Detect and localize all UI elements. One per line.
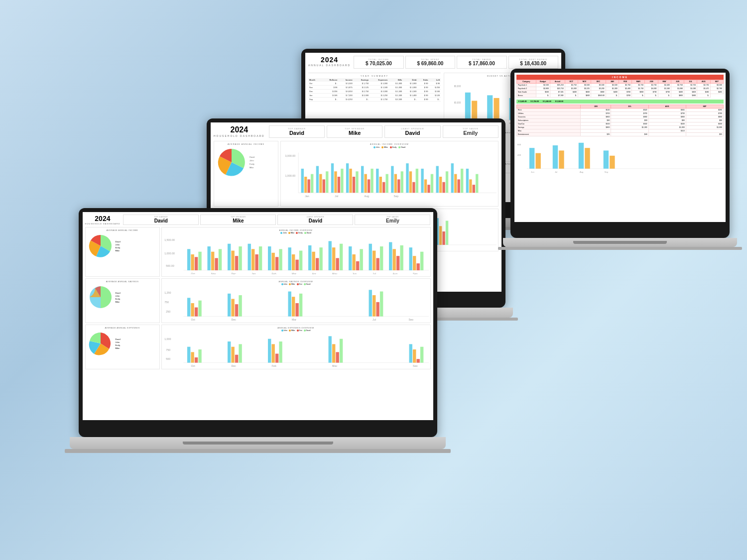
- svg-rect-109: [248, 243, 250, 270]
- svg-text:Sep: Sep: [413, 364, 418, 367]
- expenses-legend: John Mike Emi David: [163, 330, 429, 332]
- svg-rect-166: [231, 299, 234, 316]
- total-spent-card: TOTAL SPENT $ 69,860.00: [405, 56, 455, 69]
- svg-rect-133: [369, 243, 372, 270]
- laptop-3-foot: [65, 449, 451, 453]
- annual-income-chart: ANNUAL INCOME OVERVIEW John Mike: [280, 141, 498, 207]
- fd-income-chart: 1,500.00 1,000.00 500.00: [163, 234, 429, 274]
- svg-rect-130: [352, 254, 355, 270]
- total-saved-card: TOTAL SAVED $ 17,860.00: [457, 56, 506, 69]
- svg-text:250: 250: [166, 310, 170, 313]
- svg-rect-198: [328, 336, 331, 362]
- svg-rect-111: [255, 254, 258, 270]
- spending-row: Gas/Car$500$500$500$500: [517, 122, 724, 125]
- annual-income-bar-title: ANNUAL INCOME OVERVIEW: [163, 229, 429, 231]
- charts-area: AVERAGE ANNUAL INCOME David: [214, 141, 498, 207]
- svg-text:1,500.00: 1,500.00: [164, 238, 175, 241]
- svg-text:Dec: Dec: [231, 364, 236, 367]
- fd-card-spender: TOP SPENDER Mike: [200, 215, 276, 225]
- svg-text:Apr: Apr: [312, 272, 316, 274]
- svg-rect-204: [416, 359, 419, 362]
- svg-rect-22: [308, 179, 310, 193]
- svg-text:750: 750: [164, 301, 169, 304]
- hd-card-top-saver: TOP SAVER Emily: [443, 125, 498, 138]
- svg-rect-191: [231, 346, 234, 362]
- svg-text:Sep: Sep: [605, 171, 609, 173]
- svg-text:1,000.00: 1,000.00: [164, 252, 175, 255]
- hd-year: 2024: [214, 125, 265, 134]
- year-summary-label: YEAR SUMMARY: [308, 73, 441, 77]
- spending-row: Subscriptions$90$90$90$90: [517, 118, 724, 122]
- svg-rect-4: [487, 95, 493, 120]
- svg-rect-24: [316, 166, 319, 193]
- chart-legend: John Mike Emily: [282, 146, 497, 148]
- laptop-4-screen-outer: INCOME CategoryBudgetActualOCTNOVDECJANF…: [510, 69, 730, 238]
- svg-rect-55: [431, 174, 433, 193]
- pie-label-emily: Emily: [249, 163, 254, 165]
- svg-rect-97: [187, 249, 190, 270]
- pie-l-john: John: [116, 243, 121, 246]
- svg-text:1,250: 1,250: [164, 291, 171, 294]
- avg-income-pie: [216, 146, 248, 179]
- svg-rect-40: [376, 168, 378, 192]
- svg-rect-2: [465, 92, 471, 119]
- svg-rect-143: [416, 263, 419, 270]
- bottom-charts: 800 400: [516, 138, 724, 179]
- svg-text:80,000: 80,000: [454, 85, 461, 87]
- svg-rect-194: [268, 338, 271, 362]
- svg-rect-167: [235, 304, 238, 317]
- svg-rect-29: [334, 171, 337, 193]
- svg-rect-129: [349, 246, 352, 270]
- svg-text:Jul: Jul: [373, 272, 376, 274]
- svg-rect-197: [279, 341, 282, 363]
- svg-text:Jan: Jan: [305, 194, 309, 197]
- svg-text:Jul: Jul: [555, 171, 557, 173]
- svg-rect-113: [268, 246, 271, 270]
- svg-rect-45: [394, 174, 397, 193]
- table-row: Dec$ 256$ 6,650$ 2,750$ 2,000$ 1,500$ 1,…: [308, 89, 441, 93]
- laptop-3-notch: [183, 442, 333, 445]
- svg-text:Jul: Jul: [373, 318, 376, 321]
- svg-rect-62: [458, 179, 460, 193]
- svg-rect-136: [379, 246, 382, 270]
- spreadsheet-content: INCOME CategoryBudgetActualOCTNOVDECJANF…: [514, 73, 726, 222]
- expenses-pie-small: [87, 330, 115, 357]
- annual-income-title: ANNUAL INCOME OVERVIEW: [282, 143, 497, 145]
- svg-rect-215: [535, 153, 540, 168]
- svg-text:Sep: Sep: [408, 318, 413, 321]
- svg-rect-175: [376, 302, 379, 316]
- avg-expenses-label: AVERAGE ANNUAL EXPENSES: [87, 327, 158, 329]
- svg-text:Jan: Jan: [251, 272, 255, 274]
- svg-rect-105: [227, 243, 230, 270]
- pie-l-emily: Emily: [116, 246, 121, 249]
- svg-rect-36: [361, 166, 364, 193]
- svg-rect-172: [299, 293, 302, 316]
- svg-rect-28: [331, 163, 334, 193]
- svg-text:400: 400: [517, 153, 521, 156]
- svg-rect-137: [389, 242, 392, 270]
- svg-rect-162: [191, 303, 194, 317]
- income-pie-small: [87, 232, 115, 260]
- svg-text:750: 750: [166, 348, 170, 351]
- svg-rect-59: [446, 171, 448, 193]
- svg-rect-189: [198, 349, 201, 363]
- spending-row: Utilities$700$700$700$700: [517, 112, 724, 115]
- svg-rect-54: [427, 185, 430, 193]
- svg-rect-220: [604, 150, 609, 168]
- svg-text:Mar: Mar: [291, 272, 296, 274]
- svg-rect-46: [397, 179, 400, 193]
- svg-rect-27: [326, 171, 328, 193]
- table-row: Nov$ 96$ 5,875$ 2,125$ 1,500$ 1,000$ 1,0…: [308, 85, 441, 89]
- spending-total-2: $ 3,756.00: [531, 101, 539, 103]
- fd-card-earner: TOP EARNER David: [123, 215, 199, 225]
- svg-rect-164: [198, 300, 201, 316]
- savings-legend: John Mike Emi David: [163, 283, 429, 285]
- income-table: CategoryBudgetActualOCTNOVDECJANFEBMARJU…: [516, 80, 724, 98]
- income-row: Paycheck 1$2,500$35,250 $2,750$3,500$3,5…: [517, 83, 724, 87]
- avg-expenses-section: AVERAGE ANNUAL EXPENSES DavidJohnEmilyMi: [85, 325, 160, 369]
- svg-rect-99: [194, 257, 197, 270]
- svg-rect-108: [239, 246, 242, 270]
- income-section: AVERAGE ANNUAL INCOME David: [85, 227, 431, 277]
- full-dashboard-content: 2024 HOUSEHOLD DASHBOARD TOP EARNER Davi…: [83, 212, 433, 420]
- svg-rect-120: [299, 250, 302, 270]
